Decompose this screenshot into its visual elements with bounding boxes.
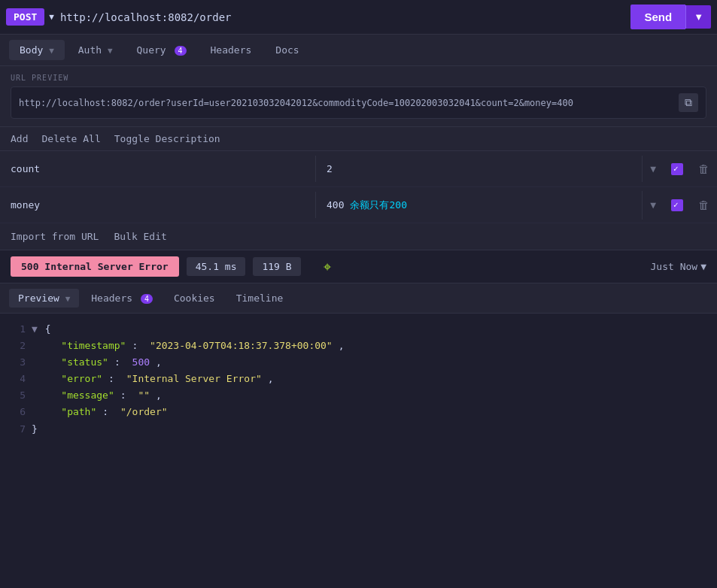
send-dropdown-button[interactable]: ▼ <box>685 5 711 29</box>
tab-preview[interactable]: Preview ▼ <box>9 289 79 308</box>
money-checkbox-icon <box>671 199 683 211</box>
json-line-5: 5 "message" : "" , <box>11 387 706 404</box>
size-badge: 119 B <box>253 257 300 276</box>
param-name-money[interactable]: money <box>0 192 316 218</box>
response-tabs: Preview ▼ Headers 4 Cookies Timeline <box>0 283 717 314</box>
tab-cookies[interactable]: Cookies <box>165 289 224 308</box>
json-line-6: 6 "path" : "/order" <box>11 404 706 420</box>
tab-auth[interactable]: Auth ▼ <box>68 40 123 60</box>
timing-badge: 45.1 ms <box>187 257 246 276</box>
table-row: count 2 ▼ 🗑 <box>0 151 717 187</box>
toggle-description-link[interactable]: Toggle Description <box>114 133 220 144</box>
tab-body[interactable]: Body ▼ <box>9 40 65 60</box>
timestamp-dropdown-arrow[interactable]: ▼ <box>700 261 706 272</box>
param-value-money: 400 余额只有200 <box>316 191 643 220</box>
url-preview-section: URL PREVIEW http://localhost:8082/order?… <box>0 66 717 127</box>
url-preview-label: URL PREVIEW <box>11 74 706 82</box>
response-bar: 500 Internal Server Error 45.1 ms 119 B … <box>0 250 717 283</box>
add-param-link[interactable]: Add <box>11 133 28 144</box>
http-method[interactable]: POST <box>6 8 44 26</box>
money-delete[interactable]: 🗑 <box>691 199 717 212</box>
cursor-icon: ⌖ <box>324 259 331 275</box>
money-dropdown[interactable]: ▼ <box>643 199 664 211</box>
copy-url-button[interactable]: ⧉ <box>679 93 698 112</box>
auth-tab-arrow[interactable]: ▼ <box>108 46 113 56</box>
count-dropdown-arrow: ▼ <box>650 163 656 174</box>
body-tab-arrow[interactable]: ▼ <box>49 46 54 56</box>
param-value-count: 2 <box>316 156 643 182</box>
count-delete[interactable]: 🗑 <box>691 162 717 176</box>
table-row: money 400 余额只有200 ▼ 🗑 <box>0 187 717 223</box>
url-input[interactable] <box>60 11 631 23</box>
count-delete-icon: 🗑 <box>698 162 709 176</box>
tab-timeline[interactable]: Timeline <box>227 289 293 308</box>
send-button[interactable]: Send <box>630 5 685 29</box>
top-bar: POST ▼ Send ▼ <box>0 0 717 35</box>
import-from-url-link[interactable]: Import from URL <box>11 231 99 242</box>
json-line-7: 7 } <box>11 421 706 438</box>
import-row: Import from URL Bulk Edit <box>0 223 717 250</box>
tab-docs[interactable]: Docs <box>265 40 309 60</box>
bulk-edit-link[interactable]: Bulk Edit <box>114 231 166 242</box>
tab-headers[interactable]: Headers <box>200 40 263 60</box>
url-preview-box: http://localhost:8082/order?userId=user2… <box>11 86 706 119</box>
request-tabs: Body ▼ Auth ▼ Query 4 Headers Docs <box>0 35 717 66</box>
count-checkbox-icon <box>671 163 683 175</box>
money-checkbox[interactable] <box>664 199 691 211</box>
delete-all-link[interactable]: Delete All <box>41 133 100 144</box>
timestamp-area: Just Now ▼ <box>651 261 706 272</box>
query-tab-badge: 4 <box>175 46 187 56</box>
method-dropdown-arrow[interactable]: ▼ <box>49 12 54 22</box>
response-headers-badge: 4 <box>141 294 153 304</box>
param-name-count[interactable]: count <box>0 156 316 182</box>
count-checkbox[interactable] <box>664 163 691 175</box>
tab-response-headers[interactable]: Headers 4 <box>82 289 162 308</box>
money-dropdown-arrow: ▼ <box>650 199 656 211</box>
json-viewer: 1 ▼ { 2 "timestamp" : "2023-04-07T04:18:… <box>0 314 717 445</box>
json-line-2: 2 "timestamp" : "2023-04-07T04:18:37.378… <box>11 338 706 354</box>
json-line-3: 3 "status" : 500 , <box>11 354 706 371</box>
tab-query[interactable]: Query 4 <box>126 40 197 60</box>
json-line-4: 4 "error" : "Internal Server Error" , <box>11 371 706 387</box>
just-now-text: Just Now <box>651 261 698 272</box>
json-line-1: 1 ▼ { <box>11 321 706 338</box>
count-dropdown[interactable]: ▼ <box>643 163 664 174</box>
status-badge: 500 Internal Server Error <box>11 256 179 277</box>
url-preview-text: http://localhost:8082/order?userId=user2… <box>19 98 673 108</box>
params-table: count 2 ▼ 🗑 money 400 余额只有200 ▼ 🗑 <box>0 151 717 223</box>
preview-tab-arrow[interactable]: ▼ <box>65 294 71 304</box>
money-delete-icon: 🗑 <box>698 199 709 212</box>
actions-row: Add Delete All Toggle Description <box>0 127 717 151</box>
collapse-arrow[interactable]: ▼ <box>32 321 38 338</box>
money-hint: 余额只有200 <box>350 199 406 212</box>
